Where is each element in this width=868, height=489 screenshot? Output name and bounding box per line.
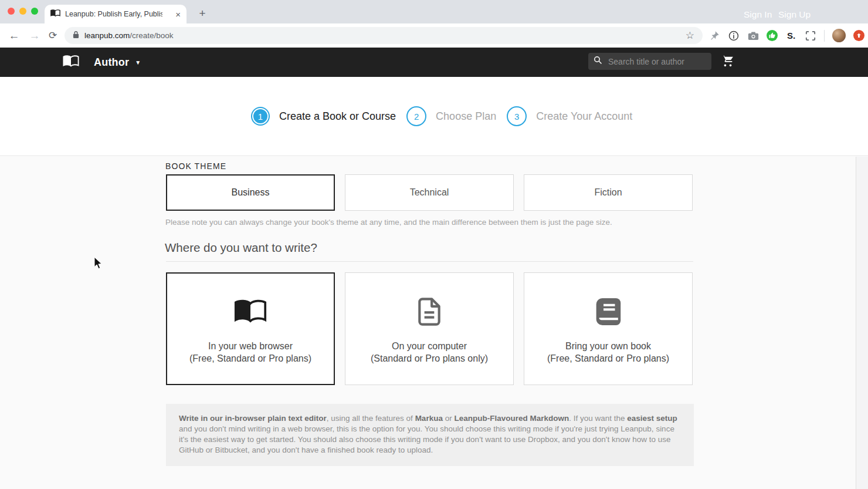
sign-up-link[interactable]: Sign Up	[778, 0, 811, 29]
chevron-down-icon: ▼	[135, 59, 141, 66]
theme-button-business[interactable]: Business	[166, 174, 335, 211]
step-2-label: Choose Plan	[436, 110, 496, 123]
write-option-own-book[interactable]: Bring your own book (Free, Standard or P…	[524, 272, 693, 385]
step-3-circle: 3	[507, 106, 527, 126]
info-text: and you don't mind writing in a web brow…	[179, 424, 674, 454]
minimize-window-button[interactable]	[19, 8, 26, 15]
url-path: /create/book	[130, 31, 173, 40]
step-1-label: Create a Book or Course	[279, 110, 396, 123]
search-icon	[594, 56, 602, 67]
info-text: or	[443, 414, 455, 423]
url-text: leanpub.com/create/book	[84, 31, 174, 40]
tab-favicon-book-icon	[50, 9, 60, 19]
site-navbar: Author ▼	[0, 48, 868, 77]
section-divider	[166, 261, 693, 262]
new-tab-button[interactable]: +	[194, 5, 211, 22]
nav-search[interactable]	[588, 53, 711, 70]
browser-tab[interactable]: Leanpub: Publish Early, Publish ×	[45, 5, 187, 23]
write-option-title: In your web browser	[208, 340, 293, 352]
write-option-row: In your web browser (Free, Standard or P…	[166, 272, 693, 385]
info-icon[interactable]	[728, 30, 740, 42]
bookmark-star-icon[interactable]: ☆	[686, 29, 694, 42]
leanpub-logo-book-icon[interactable]	[63, 55, 79, 70]
write-option-subtitle: (Free, Standard or Pro plans)	[189, 352, 311, 365]
back-icon[interactable]: ←	[6, 23, 22, 48]
mouse-cursor	[94, 257, 103, 272]
s-extension-icon[interactable]: S.	[785, 30, 797, 42]
info-bold-editor: Write in our in-browser plain text edito…	[179, 414, 327, 423]
open-book-icon	[234, 293, 267, 331]
url-bar[interactable]: leanpub.com/create/book ☆	[65, 27, 703, 44]
screenshot-frame-icon[interactable]	[805, 30, 816, 42]
up-arrow-extension-icon[interactable]	[853, 30, 864, 41]
tab-strip: Leanpub: Publish Early, Publish × +	[0, 0, 868, 23]
search-input[interactable]	[607, 56, 701, 67]
tab-title: Leanpub: Publish Early, Publish	[65, 10, 162, 18]
step-2-circle: 2	[406, 106, 426, 126]
info-bold-markua: Markua	[415, 414, 443, 423]
scrollbar-track[interactable]	[856, 157, 868, 489]
write-heading: Where do you want to write?	[165, 241, 317, 255]
author-menu-label: Author	[94, 56, 129, 69]
zoom-window-button[interactable]	[31, 8, 38, 15]
toolbar-divider	[824, 30, 825, 42]
info-text: . If you want the	[569, 414, 627, 423]
url-domain: leanpub.com	[84, 31, 130, 40]
tab-close-icon[interactable]: ×	[175, 10, 181, 19]
progress-stepper: 1 Create a Book or Course 2 Choose Plan …	[0, 77, 868, 156]
theme-note: Please note you can always change your b…	[165, 218, 612, 227]
info-bold-easiest-setup: easiest setup	[627, 414, 677, 423]
write-option-web-browser[interactable]: In your web browser (Free, Standard or P…	[166, 272, 335, 385]
closed-book-icon	[595, 293, 622, 331]
profile-avatar[interactable]	[832, 29, 846, 42]
reload-icon[interactable]: ⟳	[45, 23, 61, 48]
write-option-computer[interactable]: On your computer (Standard or Pro plans …	[345, 272, 514, 385]
traffic-lights	[8, 8, 38, 15]
author-menu[interactable]: Author ▼	[94, 48, 141, 77]
pin-icon[interactable]	[708, 30, 720, 42]
cart-icon[interactable]	[721, 55, 735, 70]
write-option-title: On your computer	[392, 340, 467, 352]
thumbs-up-extension-icon[interactable]	[767, 30, 778, 41]
theme-button-row: Business Technical Fiction	[166, 174, 693, 211]
book-theme-label: BOOK THEME	[165, 161, 226, 171]
writing-mode-description: Write in our in-browser plain text edito…	[179, 413, 681, 456]
step-3-label: Create Your Account	[536, 110, 632, 123]
document-icon	[418, 293, 441, 331]
lock-icon	[73, 31, 79, 41]
info-text: , using all the features of	[327, 414, 415, 423]
camera-icon[interactable]	[747, 30, 759, 42]
forward-icon[interactable]: →	[26, 23, 43, 48]
write-option-title: Bring your own book	[565, 340, 651, 352]
page-content: BOOK THEME Business Technical Fiction Pl…	[0, 157, 856, 489]
close-window-button[interactable]	[8, 8, 15, 15]
sign-in-link[interactable]: Sign In	[744, 0, 772, 29]
write-option-subtitle: (Free, Standard or Pro plans)	[547, 352, 669, 365]
theme-button-technical[interactable]: Technical	[345, 174, 514, 211]
writing-mode-infobox: Write in our in-browser plain text edito…	[166, 404, 694, 466]
step-1-circle: 1	[252, 108, 269, 124]
theme-button-fiction[interactable]: Fiction	[524, 174, 693, 211]
info-bold-markdown: Leanpub-Flavoured Markdown	[454, 414, 569, 423]
write-option-subtitle: (Standard or Pro plans only)	[371, 352, 488, 365]
